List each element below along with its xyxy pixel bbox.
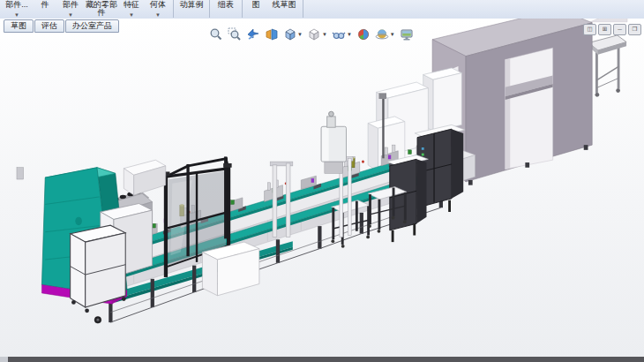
- status-strip: [0, 357, 644, 362]
- view-toolbar: ▼ ▼ ▼ ▼: [208, 26, 415, 41]
- ribbon-separator: [303, 0, 303, 18]
- chevron-down-icon[interactable]: ▼: [0, 12, 34, 18]
- zoom-to-area-icon[interactable]: [227, 26, 242, 41]
- previous-view-icon[interactable]: [245, 26, 260, 41]
- ribbon-button-explode-line-sketch[interactable]: 线草图: [267, 0, 301, 19]
- zoom-to-fit-icon[interactable]: [208, 26, 223, 41]
- chevron-down-icon[interactable]: ▼: [145, 12, 171, 18]
- tab-office-products[interactable]: 办公室产品: [65, 19, 119, 33]
- ribbon-button-move-component[interactable]: 部件 ▼: [56, 0, 85, 19]
- ribbon-button-bill-of-materials[interactable]: 细表: [212, 0, 240, 19]
- ribbon-button-motion-study[interactable]: 动算例: [176, 0, 207, 19]
- split-grid-icon[interactable]: ⊞: [598, 24, 611, 35]
- ribbon-button-insert-component[interactable]: 件: [34, 0, 56, 19]
- sensor-mast: [382, 98, 384, 158]
- ribbon-button-label: 图: [252, 0, 260, 9]
- ribbon-separator: [173, 0, 174, 18]
- status-strip-notch: [0, 357, 8, 362]
- chevron-down-icon[interactable]: ▼: [322, 32, 327, 37]
- ribbon-button-exploded-view[interactable]: 图: [244, 0, 267, 19]
- tab-sketch[interactable]: 草图: [4, 19, 34, 33]
- ribbon: 部件... ▼ 件 部件 ▼ 藏的零部件 特征 ▼ 何体 ▼ 动算例 细表: [0, 0, 644, 19]
- ribbon-button-label: 部件...: [5, 0, 28, 9]
- chevron-down-icon[interactable]: ▼: [118, 12, 145, 18]
- split-horizontal-icon[interactable]: ◫: [583, 24, 596, 35]
- assembly-model[interactable]: [0, 19, 644, 357]
- ribbon-button-label: 藏的零部件: [86, 0, 117, 17]
- ribbon-button-show-hidden-components[interactable]: 藏的零部件: [85, 0, 118, 19]
- view-orientation-icon[interactable]: [282, 26, 297, 41]
- ribbon-button-label: 细表: [218, 0, 234, 9]
- apply-scene-icon[interactable]: [375, 26, 390, 41]
- floor-box[interactable]: [202, 242, 258, 296]
- chevron-down-icon[interactable]: ▼: [56, 12, 85, 18]
- ribbon-button-label: 线草图: [273, 0, 296, 9]
- view-settings-icon[interactable]: [400, 26, 415, 41]
- ribbon-separator: [242, 0, 243, 18]
- ribbon-button-label: 特征: [124, 0, 139, 9]
- chevron-down-icon[interactable]: ▼: [390, 32, 395, 37]
- ribbon-button-reference-geometry[interactable]: 何体 ▼: [145, 0, 171, 19]
- edit-appearance-icon[interactable]: [356, 26, 371, 41]
- window-controls: ◫ ⊞ ─ ❐: [583, 24, 641, 35]
- restore-icon[interactable]: ❐: [628, 24, 641, 35]
- chevron-down-icon[interactable]: ▼: [297, 32, 303, 37]
- ribbon-button-assembly-features[interactable]: 特征 ▼: [118, 0, 145, 19]
- ribbon-button-components[interactable]: 部件... ▼: [0, 0, 34, 19]
- display-style-icon[interactable]: [307, 26, 322, 41]
- ribbon-button-label: 动算例: [180, 0, 204, 9]
- outfeed-conveyor[interactable]: [588, 35, 626, 97]
- hide-show-items-icon[interactable]: [332, 26, 347, 41]
- tab-evaluate[interactable]: 评估: [34, 19, 64, 33]
- model-background-panel[interactable]: [590, 19, 627, 22]
- chevron-down-icon[interactable]: ▼: [347, 32, 352, 37]
- commandmanager-tabs: 草图 评估 办公室产品: [4, 19, 120, 33]
- ribbon-button-label: 部件: [63, 0, 79, 9]
- edge-machine-fragment[interactable]: [17, 168, 24, 179]
- ribbon-button-label: 何体: [150, 0, 166, 9]
- tunnel-opening[interactable]: [505, 48, 553, 169]
- ribbon-button-label: 件: [41, 0, 49, 9]
- ribbon-separator: [209, 0, 210, 18]
- solidworks-window: 部件... ▼ 件 部件 ▼ 藏的零部件 特征 ▼ 何体 ▼ 动算例 细表: [0, 0, 644, 362]
- graphics-area[interactable]: 草图 评估 办公室产品 ▼ ▼: [0, 19, 644, 357]
- minimize-icon[interactable]: ─: [613, 24, 626, 35]
- section-view-icon[interactable]: [264, 26, 279, 41]
